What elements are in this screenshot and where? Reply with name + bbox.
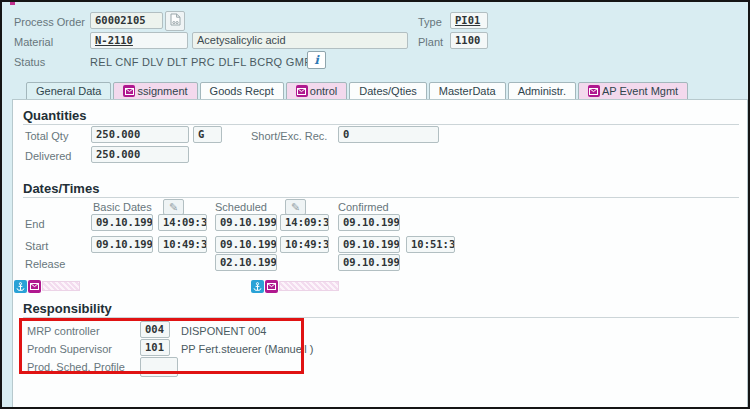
start-conf-time-field[interactable]: 10:51:39 [406,236,455,253]
tab-dates-qties-label: Dates/Qties [359,85,416,97]
scheduled-column-label: Scheduled [215,201,267,213]
info-icon: i [314,53,319,67]
release-conf-date-field[interactable]: 09.10.1998 [338,254,400,271]
start-conf-date-field[interactable]: 09.10.1998 [338,236,400,253]
tab-general-data-label: General Data [36,85,101,97]
status-label: Status [14,56,45,68]
prodn-supervisor-field[interactable]: 101 [140,339,170,356]
dates-times-title: Dates/Times [23,181,99,196]
tab-ap-event-mgmt[interactable]: AP Event Mgmt [578,82,688,100]
start-sched-time-field[interactable]: 10:49:37 [280,236,329,253]
document-icon [170,12,181,30]
short-exc-label: Short/Exc. Rec. [251,130,327,142]
unit-field[interactable]: G [193,126,222,143]
tab-strip: General Data ssignment Goods Recpt ontro… [26,82,688,100]
quantities-title: Quantities [23,108,87,123]
confirmed-column-label: Confirmed [338,201,389,213]
delivered-label: Delivered [25,150,71,162]
basic-float-bar [42,281,80,291]
tab-general-data[interactable]: General Data [26,82,111,100]
end-sched-time-field[interactable]: 14:09:37 [280,214,329,231]
mrp-controller-label: MRP controller [27,325,100,337]
end-basic-time-field[interactable]: 14:09:37 [158,214,207,231]
total-qty-label: Total Qty [25,130,68,142]
start-sched-date-field[interactable]: 09.10.1998 [215,236,277,253]
pencil-icon: ✎ [169,202,178,213]
process-order-window: Process Order 60002105 Type PI01 Materia… [0,0,750,409]
document-flow-button[interactable] [165,11,185,31]
tab-control[interactable]: ontrol [286,82,348,100]
end-basic-date-field[interactable]: 09.10.1998 [91,214,153,231]
prod-sched-profile-label: Prod. Sched. Profile [27,361,125,373]
process-order-field[interactable]: 60002105 [90,12,163,29]
short-exc-field[interactable]: 0 [338,126,439,143]
end-row-label: End [25,218,45,230]
change-flag-icon[interactable] [265,280,278,293]
status-info-button[interactable]: i [307,51,326,69]
prodn-supervisor-description: PP Fert.steuerer (Manuell ) [181,343,313,355]
plant-label: Plant [418,36,443,48]
mrp-controller-field[interactable]: 004 [140,321,170,338]
scheduled-float-bar [279,281,339,291]
anchor-icon[interactable] [251,280,264,293]
dates-times-divider [23,197,739,198]
end-sched-date-field[interactable]: 09.10.1998 [215,214,277,231]
tab-control-label: ontrol [310,85,338,97]
window-corner-tick [10,2,15,5]
responsibility-title: Responsibility [23,301,112,316]
tab-goods-recpt[interactable]: Goods Recpt [200,82,284,100]
prodn-supervisor-label: Prodn Supervisor [27,343,112,355]
tab-administr[interactable]: Administr. [508,82,576,100]
release-sched-date-field[interactable]: 02.10.1998 [215,254,277,271]
anchor-icon[interactable] [14,280,27,293]
responsibility-divider [23,317,739,318]
material-description-field: Acetysalicylic acid [192,32,408,49]
control-change-icon [296,85,308,97]
quantities-divider [23,124,739,125]
prod-sched-profile-field[interactable] [140,357,178,377]
scheduled-edit-button[interactable]: ✎ [285,199,306,215]
tab-assignment[interactable]: ssignment [113,82,197,100]
type-label: Type [418,16,442,28]
pencil-icon: ✎ [291,202,300,213]
status-value: REL CNF DLV DLT PRC DLFL BCRQ GMPS* [90,56,324,68]
ap-event-change-icon [588,85,600,97]
basic-dates-edit-button[interactable]: ✎ [163,199,184,215]
release-row-label: Release [25,258,65,270]
material-label: Material [14,36,53,48]
mrp-controller-description: DISPONENT 004 [181,325,266,337]
tab-assignment-label: ssignment [137,85,187,97]
general-data-panel: Quantities Total Qty 250.000 G Short/Exc… [12,99,748,408]
tab-dates-qties[interactable]: Dates/Qties [349,82,426,100]
assignment-change-icon [123,85,135,97]
tab-administr-label: Administr. [518,85,566,97]
start-basic-time-field[interactable]: 10:49:37 [158,236,207,253]
process-order-label: Process Order [14,16,85,28]
end-conf-date-field[interactable]: 09.10.1998 [338,214,400,231]
start-row-label: Start [25,240,48,252]
material-field[interactable]: N-2110 [90,32,188,49]
total-qty-field[interactable]: 250.000 [91,126,189,143]
start-basic-date-field[interactable]: 09.10.1998 [91,236,153,253]
tab-masterdata[interactable]: MasterData [429,82,506,100]
delivered-field[interactable]: 250.000 [91,146,189,163]
plant-field[interactable]: 1100 [450,32,488,49]
type-field[interactable]: PI01 [450,12,488,29]
tab-goods-recpt-label: Goods Recpt [210,85,274,97]
tab-masterdata-label: MasterData [439,85,496,97]
tab-ap-event-mgmt-label: AP Event Mgmt [602,85,678,97]
change-flag-icon[interactable] [28,280,41,293]
basic-dates-column-label: Basic Dates [93,201,152,213]
